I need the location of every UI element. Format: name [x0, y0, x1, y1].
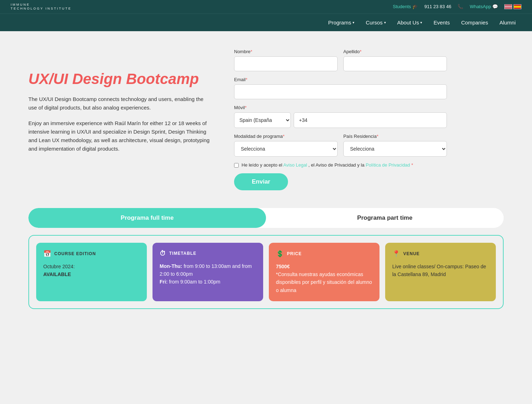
- email-row: Email*: [234, 77, 447, 99]
- clock-icon: ⏱: [160, 250, 166, 257]
- card-title-venue: 📍 VENUE: [392, 250, 489, 258]
- cards-wrapper: 📅 COURSE EDITION Octubre 2024: AVAILABLE…: [28, 235, 504, 309]
- aviso-legal-link[interactable]: Aviso Legal: [283, 162, 307, 168]
- pin-icon: 📍: [392, 250, 400, 258]
- modalidad-group: Modalidad de programa* Selecciona: [234, 134, 338, 157]
- card-course-edition: 📅 COURSE EDITION Octubre 2024: AVAILABLE: [36, 243, 147, 302]
- main-section: UX/UI Design Bootcamp The UX/UI Design B…: [0, 31, 532, 208]
- program-tabs: Programa full time Programa part time: [28, 208, 504, 228]
- logo-sub: TECHNOLOGY INSTITUTE: [11, 7, 72, 11]
- whatsapp-icon: 💬: [492, 4, 498, 9]
- logo: IMMUNE TECHNOLOGY INSTITUTE: [11, 3, 72, 11]
- flag-es: [514, 4, 521, 9]
- movil-group: Móvil* Spain (España: [234, 105, 447, 128]
- movil-row: Móvil* Spain (España: [234, 105, 447, 128]
- phone-number: 911 23 83 46: [424, 4, 451, 9]
- apellido-label: Apellido*: [343, 49, 447, 54]
- country-select[interactable]: Spain (España: [234, 112, 291, 128]
- nombre-label: Nombre*: [234, 49, 338, 54]
- phone-icon: 📞: [458, 4, 463, 9]
- topbar: IMMUNE TECHNOLOGY INSTITUTE Students 🎓 9…: [0, 0, 532, 13]
- legal-checkbox-row: He leído y acepto el Aviso Legal , el Av…: [234, 162, 447, 168]
- modalidad-label: Modalidad de programa*: [234, 134, 338, 139]
- card-title-timetable: ⏱ TIMETABLE: [160, 250, 256, 257]
- hero-left: UX/UI Design Bootcamp The UX/UI Design B…: [28, 49, 213, 160]
- pais-label: País Residencia*: [343, 134, 447, 139]
- apellido-group: Apellido*: [343, 49, 447, 71]
- card-title-price: 💲 PRICE: [276, 250, 372, 258]
- card-title-course: 📅 COURSE EDITION: [43, 250, 140, 258]
- modalidad-pais-row: Modalidad de programa* Selecciona País R…: [234, 134, 447, 157]
- nav-events[interactable]: Events: [428, 14, 455, 31]
- mobile-row: Spain (España: [234, 112, 447, 128]
- nav-companies[interactable]: Companies: [455, 14, 494, 31]
- tab-fulltime[interactable]: Programa full time: [28, 208, 266, 228]
- page-title: UX/UI Design Bootcamp: [28, 70, 213, 88]
- card-price: 💲 PRICE 7500€ *Consulta nuestras ayudas …: [269, 243, 379, 302]
- politica-link[interactable]: Política de Privacidad: [366, 162, 410, 168]
- students-link[interactable]: Students 🎓: [393, 4, 418, 9]
- navbar: Programs ▾ Cursos ▾ About Us ▾ Events Co…: [0, 13, 532, 31]
- chevron-down-icon: ▾: [384, 21, 386, 24]
- email-input[interactable]: [234, 84, 447, 99]
- checkbox-text: He leído y acepto el Aviso Legal , el Av…: [242, 162, 413, 168]
- phone-input[interactable]: [294, 112, 447, 128]
- whatsapp-label: WhatsApp: [470, 4, 491, 9]
- nav-about-us[interactable]: About Us ▾: [392, 14, 428, 31]
- card-venue: 📍 VENUE Live online classes/ On-campus: …: [385, 243, 496, 302]
- pais-select[interactable]: Selecciona: [343, 141, 447, 157]
- modalidad-select[interactable]: Selecciona: [234, 141, 338, 157]
- apellido-input[interactable]: [343, 56, 447, 71]
- movil-label: Móvil*: [234, 105, 447, 110]
- flags: [504, 4, 521, 9]
- card-content-course: Octubre 2024: AVAILABLE: [43, 263, 140, 279]
- description-2: Enjoy an immersive experience with Raúl …: [28, 119, 213, 153]
- name-row: Nombre* Apellido*: [234, 49, 447, 71]
- graduation-icon: 🎓: [412, 4, 418, 9]
- card-content-venue: Live online classes/ On-campus: Paseo de…: [392, 263, 489, 279]
- tab-parttime[interactable]: Programa part time: [266, 208, 504, 228]
- calendar-icon: 📅: [43, 250, 51, 258]
- description-1: The UX/UI Design Bootcamp connects techn…: [28, 95, 213, 112]
- pais-group: País Residencia* Selecciona: [343, 134, 447, 157]
- chevron-down-icon: ▾: [420, 21, 422, 24]
- tabs-container: Programa full time Programa part time: [0, 208, 532, 228]
- card-content-price: 7500€ *Consulta nuestras ayudas económic…: [276, 263, 372, 294]
- email-group: Email*: [234, 77, 447, 99]
- students-label: Students: [393, 4, 411, 9]
- nombre-input[interactable]: [234, 56, 338, 71]
- topbar-right: Students 🎓 911 23 83 46 📞 WhatsApp 💬: [393, 4, 521, 9]
- price-icon: 💲: [276, 250, 284, 258]
- card-content-timetable: Mon-Thu: from 9:00 to 13:00am and from 2…: [160, 262, 256, 286]
- contact-form: Nombre* Apellido* Email*: [234, 49, 447, 190]
- card-timetable: ⏱ TIMETABLE Mon-Thu: from 9:00 to 13:00a…: [153, 243, 263, 302]
- nav-alumni[interactable]: Alumni: [494, 14, 521, 31]
- submit-button[interactable]: Enviar: [234, 173, 288, 190]
- nombre-group: Nombre*: [234, 49, 338, 71]
- nav-cursos[interactable]: Cursos ▾: [360, 14, 392, 31]
- legal-checkbox[interactable]: [234, 163, 239, 168]
- chevron-down-icon: ▾: [353, 21, 354, 24]
- cards-section: 📅 COURSE EDITION Octubre 2024: AVAILABLE…: [0, 228, 532, 324]
- flag-us: [504, 4, 512, 9]
- nav-programs[interactable]: Programs ▾: [322, 14, 360, 31]
- logo-main: IMMUNE: [11, 3, 72, 7]
- whatsapp-link[interactable]: WhatsApp 💬: [470, 4, 498, 9]
- email-label: Email*: [234, 77, 447, 82]
